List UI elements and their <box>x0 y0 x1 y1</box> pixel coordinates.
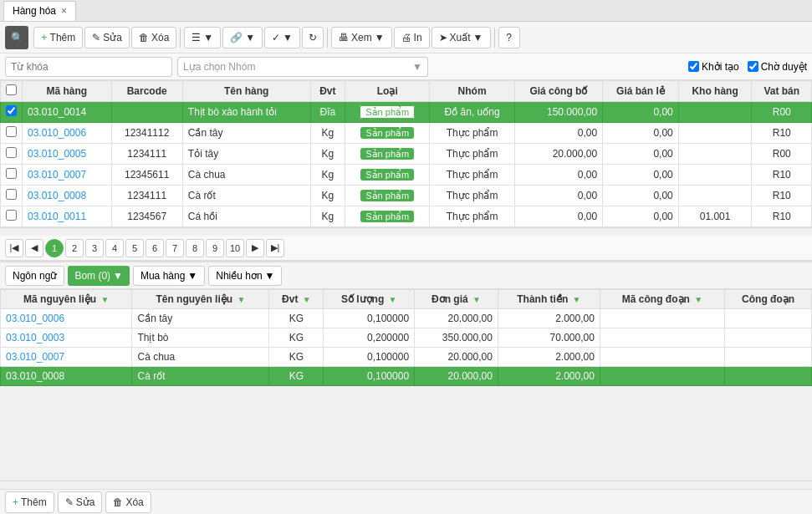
row-checkbox-cell[interactable] <box>1 165 23 186</box>
page-9-button[interactable]: 9 <box>206 239 224 257</box>
row-ma: 03.010_0008 <box>23 186 112 206</box>
refresh-button[interactable]: ↻ <box>302 27 324 48</box>
row-gia-cong-bo: 0,00 <box>514 123 602 144</box>
filter-ten-icon[interactable]: ▼ <box>237 295 245 304</box>
loai-badge: Sản phẩm <box>360 190 414 201</box>
table-row[interactable]: 03.010_0005 1234111 Tỏi tây Kg Sản phẩm … <box>1 144 812 165</box>
brow-dvt: KG <box>269 367 324 386</box>
table-row[interactable]: 03.010_0007 12345611 Cà chua Kg Sản phẩm… <box>1 165 812 186</box>
page-8-button[interactable]: 8 <box>186 239 204 257</box>
help-button[interactable]: ? <box>498 27 520 48</box>
tu-khoa-input[interactable] <box>5 57 172 77</box>
bottom-them-button[interactable]: + Thêm <box>5 491 54 513</box>
in-button[interactable]: 🖨 In <box>394 27 430 48</box>
page-6-button[interactable]: 6 <box>146 239 164 257</box>
row-checkbox[interactable] <box>6 126 17 137</box>
filter-soluong-icon[interactable]: ▼ <box>389 295 397 304</box>
brow-thanh-tien: 2.000,00 <box>498 348 600 367</box>
xuat-button[interactable]: ➤ Xuất ▼ <box>432 27 491 48</box>
row-checkbox[interactable] <box>6 210 17 221</box>
xoa-button[interactable]: 🗑 Xóa <box>131 27 176 48</box>
dropdown-arrow-1: ▼ <box>203 32 213 43</box>
row-checkbox[interactable] <box>6 189 17 200</box>
brow-don-gia: 20.000,00 <box>415 367 498 386</box>
table-row[interactable]: 03.010_0011 1234567 Cá hồi Kg Sản phẩm T… <box>1 206 812 227</box>
page-first-button[interactable]: |◀ <box>5 239 23 257</box>
row-checkbox-cell[interactable] <box>1 123 23 144</box>
brow-ma: 03.010_0006 <box>1 309 132 328</box>
loai-badge: Sản phẩm <box>360 211 414 222</box>
filter-macd-icon[interactable]: ▼ <box>694 295 702 304</box>
bottom-table-row[interactable]: 03.010_0007 Cà chua KG 0,100000 20.000,0… <box>1 348 812 367</box>
brow-cong-doan <box>725 367 812 386</box>
cho-duyet-checkbox[interactable] <box>748 61 758 72</box>
row-checkbox[interactable] <box>6 168 17 179</box>
khoi-tao-checkbox[interactable] <box>688 61 699 72</box>
page-7-button[interactable]: 7 <box>166 239 184 257</box>
page-1-button[interactable]: 1 <box>45 239 64 257</box>
brow-ma-cd <box>600 367 724 386</box>
row-checkbox[interactable] <box>6 147 17 158</box>
row-nhom: Thực phẩm <box>430 165 514 186</box>
table-row[interactable]: 03.010_0006 12341112 Cần tây Kg Sản phẩm… <box>1 123 812 144</box>
page-last-button[interactable]: ▶| <box>266 239 284 257</box>
table-row[interactable]: 03.010_0014 Thịt bò xào hành tỏi Đĩa Sản… <box>1 102 812 123</box>
header-checkbox-cell[interactable] <box>1 81 23 102</box>
page-3-button[interactable]: 3 <box>85 239 104 257</box>
row-vat-ban: R10 <box>752 123 812 144</box>
page-5-button[interactable]: 5 <box>125 239 144 257</box>
filter-thanhtien-icon[interactable]: ▼ <box>573 295 581 304</box>
khoi-tao-check-label[interactable]: Khởi tạo <box>688 61 739 73</box>
row-loai: Sản phẩm <box>345 102 430 123</box>
hang-hoa-tab[interactable]: Hàng hóa × <box>3 1 76 21</box>
bom-dropdown-arrow: ▼ <box>113 270 123 282</box>
select-all-checkbox[interactable] <box>6 84 17 95</box>
table-row[interactable]: 03.010_0008 1234111 Cà rốt Kg Sản phẩm T… <box>1 186 812 206</box>
tab-close-icon[interactable]: × <box>61 5 67 17</box>
bottom-sua-button[interactable]: ✎ Sửa <box>58 491 103 513</box>
row-ma: 03.010_0006 <box>23 123 112 144</box>
filter-ma-icon[interactable]: ▼ <box>100 295 109 304</box>
page-4-button[interactable]: 4 <box>105 239 124 257</box>
row-vat-ban: R10 <box>752 206 812 227</box>
ngon-ngu-button[interactable]: Ngôn ngữ <box>5 266 64 286</box>
row-checkbox[interactable] <box>6 105 17 116</box>
bottom-table-row[interactable]: 03.010_0006 Cần tây KG 0,100000 20.000,0… <box>1 309 812 328</box>
bottom-table-row[interactable]: 03.010_0008 Cà rốt KG 0,100000 20.000,00… <box>1 367 812 386</box>
bottom-table-row[interactable]: 03.010_0003 Thịt bò KG 0,200000 350.000,… <box>1 328 812 348</box>
row-checkbox-cell[interactable] <box>1 206 23 227</box>
row-checkbox-cell[interactable] <box>1 102 23 123</box>
filter-dongia-icon[interactable]: ▼ <box>472 295 481 304</box>
filter-dvt-icon[interactable]: ▼ <box>303 295 311 304</box>
row-ma: 03.010_0007 <box>23 165 112 186</box>
xem-button[interactable]: 🖶 Xem ▼ <box>331 27 392 48</box>
bottom-scrollbar[interactable] <box>0 481 812 489</box>
bottom-xoa-button[interactable]: 🗑 Xóa <box>105 491 151 513</box>
page-10-button[interactable]: 10 <box>226 239 244 257</box>
menu-button[interactable]: ☰ ▼ <box>184 27 221 48</box>
row-checkbox-cell[interactable] <box>1 186 23 206</box>
them-button[interactable]: + Thêm <box>33 27 83 48</box>
header-nhom: Nhóm <box>430 81 514 102</box>
link-button[interactable]: 🔗 ▼ <box>222 27 263 48</box>
page-prev-button[interactable]: ◀ <box>25 239 43 257</box>
binoculars-icon: 🔍 <box>11 32 23 43</box>
loai-badge: Sản phẩm <box>360 127 414 139</box>
page-2-button[interactable]: 2 <box>65 239 84 257</box>
cho-duyet-check-label[interactable]: Chờ duyệt <box>748 61 807 73</box>
bom-button[interactable]: Bom (0) ▼ <box>68 266 130 286</box>
mua-hang-button[interactable]: Mua hàng ▼ <box>133 266 205 286</box>
bottom-xoa-label: Xóa <box>125 496 143 508</box>
upper-scrollbar[interactable] <box>0 227 812 236</box>
ngon-ngu-label: Ngôn ngữ <box>13 270 57 282</box>
row-gia-ban-le: 0,00 <box>603 123 679 144</box>
them-label: Thêm <box>50 32 76 43</box>
row-checkbox-cell[interactable] <box>1 144 23 165</box>
nhieu-hon-button[interactable]: Nhiều hơn ▼ <box>208 266 282 286</box>
row-gia-ban-le: 0,00 <box>603 144 679 165</box>
page-next-button[interactable]: ▶ <box>246 239 264 257</box>
sua-button[interactable]: ✎ Sửa <box>84 27 130 48</box>
row-gia-cong-bo: 20.000,00 <box>514 144 602 165</box>
check-button[interactable]: ✓ ▼ <box>264 27 300 48</box>
nhom-select[interactable]: Lựa chọn Nhóm ▼ <box>177 57 428 77</box>
